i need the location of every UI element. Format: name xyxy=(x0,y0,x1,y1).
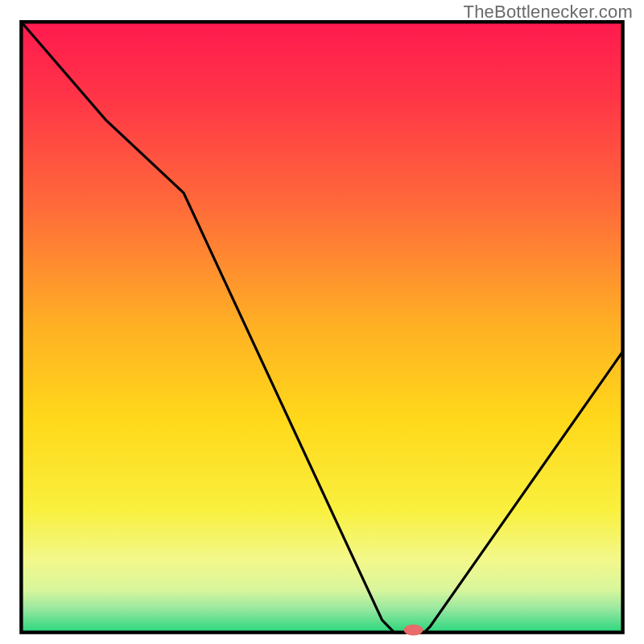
chart-container: TheBottlenecker.com xyxy=(0,0,644,644)
bottleneck-chart xyxy=(0,0,644,644)
optimal-point-marker xyxy=(404,625,423,636)
watermark-text: TheBottlenecker.com xyxy=(464,2,633,23)
chart-background xyxy=(21,22,622,632)
